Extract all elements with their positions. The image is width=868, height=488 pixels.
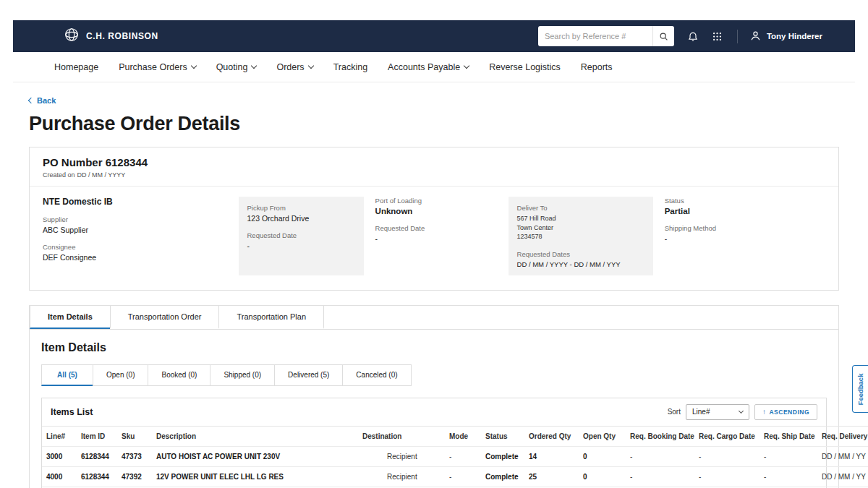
- apps-grid-icon[interactable]: [712, 31, 723, 42]
- feedback-label: Feedback: [856, 373, 864, 405]
- sort-direction-button[interactable]: ASCENDING: [754, 404, 817, 420]
- cell-item-id: 6128344: [77, 466, 117, 487]
- page-content: Back Purchase Order Details PO Number 61…: [13, 82, 855, 488]
- cell-open-qty: 0: [579, 446, 626, 466]
- nav-item[interactable]: Orders: [276, 62, 312, 72]
- reference-search[interactable]: [538, 26, 674, 46]
- nav-item[interactable]: Reports: [581, 62, 613, 72]
- cell-req-cargo-date: -: [694, 446, 760, 466]
- user-icon: [749, 30, 762, 43]
- notifications-bell-icon[interactable]: [687, 30, 699, 42]
- cell-req-delivery-date: DD / MM / YY: [817, 446, 868, 466]
- column-header: Mode: [445, 426, 481, 446]
- tab[interactable]: Transportation Plan: [218, 306, 324, 329]
- detail-tabs: Item Details Transportation Order Transp…: [30, 306, 838, 330]
- order-type: NTE Domestic IB: [43, 197, 227, 207]
- chevron-down-icon: [739, 408, 744, 414]
- column-header: Sku: [117, 426, 152, 446]
- deliver-address-line2: Town Center: [517, 223, 644, 233]
- table-body: 3000 6128344 47373 AUTO HOIST AC POWER U…: [42, 446, 868, 488]
- cell-destination: Recipient: [358, 466, 445, 487]
- feedback-button[interactable]: Feedback: [852, 365, 868, 413]
- back-label: Back: [37, 96, 56, 105]
- chevron-left-icon: [28, 98, 34, 103]
- arrow-up-icon: [762, 408, 767, 416]
- user-menu[interactable]: Tony Hinderer: [737, 30, 822, 43]
- nav-item-label: Reverse Logistics: [489, 62, 561, 72]
- cell-status: Complete: [481, 466, 524, 487]
- items-list-title: Items List: [51, 407, 93, 417]
- main-nav: Homepage Purchase Orders Quoting Orders: [13, 52, 855, 82]
- app-page: C.H. ROBINSON: [13, 20, 855, 488]
- tab-label: Transportation Order: [128, 312, 202, 321]
- nav-item-label: Tracking: [333, 62, 367, 72]
- filter-tab-label: Booked (0): [161, 371, 197, 379]
- column-header: Req. Ship Date: [760, 426, 817, 446]
- cell-sku: 47392: [117, 466, 152, 487]
- filter-tab[interactable]: Shipped (0): [210, 364, 275, 386]
- filter-tab[interactable]: All (5): [41, 364, 93, 386]
- cell-line: 4000: [42, 466, 77, 487]
- nav-item[interactable]: Accounts Payable: [388, 62, 469, 72]
- table-row[interactable]: 3000 6128344 47373 AUTO HOIST AC POWER U…: [42, 446, 868, 466]
- search-input[interactable]: [538, 32, 652, 40]
- chevron-down-icon: [307, 62, 313, 68]
- nav-item-label: Reports: [581, 62, 613, 72]
- cell-req-booking-date: -: [626, 446, 694, 466]
- cell-req-delivery-date: DD / MM / YY: [817, 466, 868, 487]
- deliver-requested-dates-label: Requested Dates: [517, 250, 644, 258]
- item-details-body: Item Details All (5) Open (0) Booked (0)…: [30, 330, 838, 488]
- items-list-panel: Items List Sort Line# ASCENDING: [41, 398, 827, 488]
- deliver-to-column: Deliver To 567 Hill Road Town Center 123…: [509, 197, 653, 275]
- chevron-down-icon: [190, 62, 196, 68]
- search-icon[interactable]: [652, 26, 674, 46]
- filter-tab[interactable]: Delivered (5): [274, 364, 343, 386]
- tab-label: Transportation Plan: [237, 312, 306, 321]
- nav-item[interactable]: Reverse Logistics: [489, 62, 561, 72]
- filter-tab[interactable]: Booked (0): [148, 364, 210, 386]
- nav-item[interactable]: Tracking: [333, 62, 367, 72]
- items-table: Line# Item ID Sku Description Destinatio…: [42, 426, 868, 488]
- consignee-value: DEF Consignee: [43, 253, 227, 262]
- brand-name: C.H. ROBINSON: [86, 31, 158, 41]
- nav-item[interactable]: Purchase Orders: [119, 62, 195, 72]
- cell-sku: 47373: [117, 446, 152, 466]
- filter-tab[interactable]: Canceled (0): [342, 364, 411, 386]
- tab[interactable]: Transportation Order: [110, 306, 220, 329]
- top-header: C.H. ROBINSON: [13, 20, 855, 52]
- cell-req-ship-date: -: [760, 466, 817, 487]
- cell-destination: Recipient: [358, 446, 445, 466]
- nav-list: Homepage Purchase Orders Quoting Orders: [54, 62, 613, 72]
- user-name: Tony Hinderer: [767, 32, 822, 40]
- back-link[interactable]: Back: [29, 96, 56, 105]
- section-title: Item Details: [41, 341, 827, 354]
- column-header: Ordered Qty: [524, 426, 579, 446]
- brand-home-link[interactable]: C.H. ROBINSON: [64, 27, 158, 46]
- column-header: Req. Delivery Date: [817, 426, 868, 446]
- table-row[interactable]: 4000 6128344 47392 12V POWER UNIT ELEC L…: [42, 466, 868, 487]
- filter-tab[interactable]: Open (0): [93, 364, 148, 386]
- po-parties-column: NTE Domestic IB Supplier ABC Supplier Co…: [43, 197, 239, 275]
- created-value: DD / MM / YYYY: [77, 171, 126, 179]
- supplier-label: Supplier: [43, 215, 227, 223]
- column-header: Req. Cargo Date: [694, 426, 760, 446]
- nav-item[interactable]: Homepage: [54, 62, 98, 72]
- port-of-loading-column: Port of Loading Unknown Requested Date -: [375, 197, 509, 275]
- sort-direction-label: ASCENDING: [769, 408, 809, 416]
- page-title: Purchase Order Details: [29, 113, 839, 135]
- column-header: Status: [481, 426, 524, 446]
- cell-status: Complete: [481, 446, 524, 466]
- filter-tab-label: Canceled (0): [356, 371, 397, 379]
- po-summary-card: PO Number 6128344 Created onDD / MM / YY…: [29, 147, 839, 291]
- column-header: Req. Booking Date: [626, 426, 694, 446]
- cell-mode: -: [445, 446, 481, 466]
- pickup-label: Pickup From: [247, 204, 355, 212]
- nav-item[interactable]: Quoting: [216, 62, 257, 72]
- sort-controls: Sort Line# ASCENDING: [668, 404, 817, 420]
- shipping-method-label: Shipping Method: [665, 224, 814, 232]
- filter-tab-label: Open (0): [106, 371, 135, 379]
- sort-select[interactable]: Line#: [686, 404, 749, 420]
- po-created: Created onDD / MM / YYYY: [43, 171, 825, 179]
- table-header-row: Line# Item ID Sku Description Destinatio…: [42, 426, 868, 446]
- tab[interactable]: Item Details: [30, 306, 111, 329]
